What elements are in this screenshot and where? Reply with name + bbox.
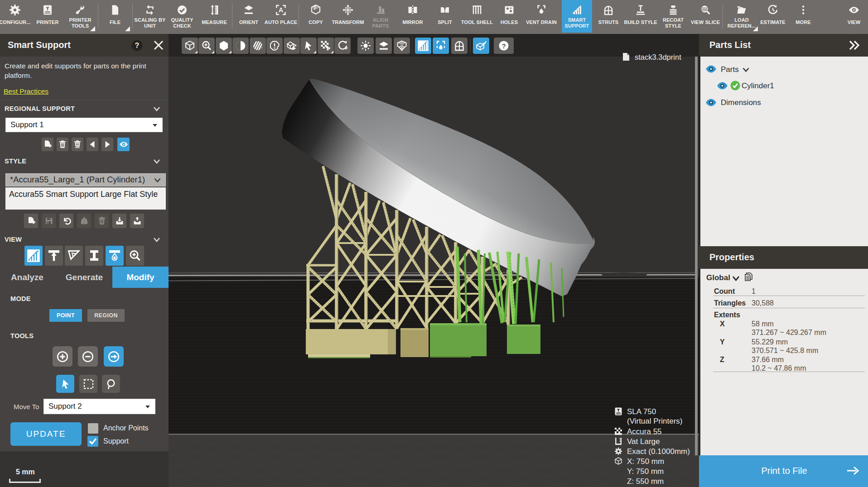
svg-text:ALL: ALL xyxy=(75,145,80,148)
svg-text:?: ? xyxy=(135,42,140,49)
svg-text:A: A xyxy=(279,6,283,14)
svg-text:2: 2 xyxy=(313,5,316,10)
svg-text:?: ? xyxy=(502,42,506,50)
